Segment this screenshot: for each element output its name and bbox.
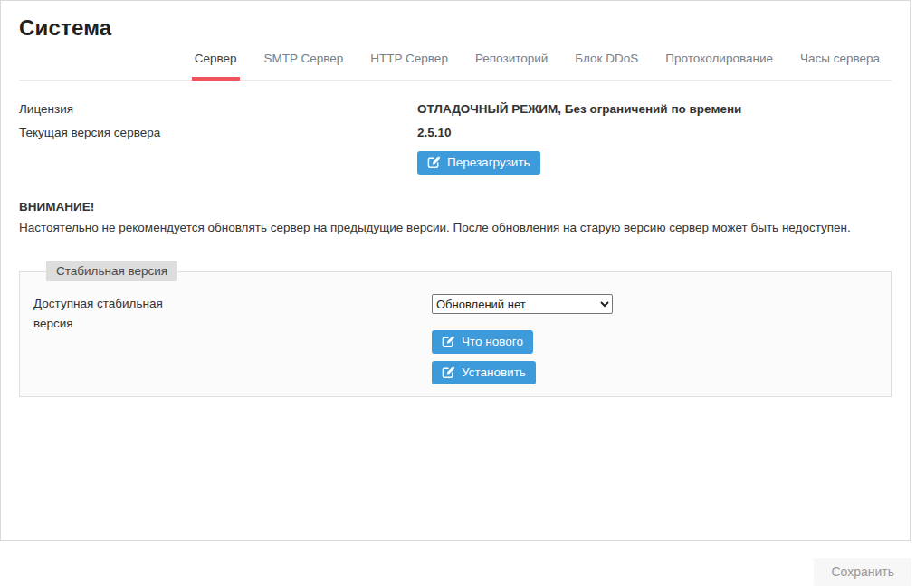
- save-button[interactable]: Сохранить: [814, 558, 911, 586]
- tabbar: Сервер SMTP Сервер HTTP Сервер Репозитор…: [19, 52, 892, 81]
- install-button-label: Установить: [462, 365, 526, 379]
- current-version-row: Текущая версия сервера 2.5.10: [19, 126, 892, 139]
- edit-icon: [442, 335, 455, 348]
- license-value: ОТЛАДОЧНЫЙ РЕЖИМ, Без ограничений по вре…: [417, 102, 892, 116]
- stable-version-legend: Стабильная версия: [46, 261, 177, 281]
- available-version-label: Доступная стабильная версия: [33, 294, 196, 333]
- whats-new-button-label: Что нового: [462, 335, 523, 348]
- restart-button-label: Перезагрузить: [447, 156, 530, 169]
- whats-new-button[interactable]: Что нового: [432, 330, 533, 354]
- available-version-select[interactable]: Обновлений нет: [432, 294, 613, 314]
- current-version-label: Текущая версия сервера: [19, 126, 417, 139]
- license-row: Лицензия ОТЛАДОЧНЫЙ РЕЖИМ, Без ограничен…: [19, 102, 892, 116]
- warning-block: ВНИМАНИЕ! Настоятельно не рекомендуется …: [19, 200, 892, 234]
- restart-button[interactable]: Перезагрузить: [417, 151, 540, 175]
- edit-icon: [427, 156, 441, 169]
- tab-logging[interactable]: Протоколирование: [663, 52, 776, 81]
- tab-ddos-block[interactable]: Блок DDoS: [572, 52, 641, 81]
- warning-text: Настоятельно не рекомендуется обновлять …: [19, 221, 892, 234]
- restart-row: Перезагрузить: [19, 151, 892, 175]
- tab-http-server[interactable]: HTTP Сервер: [367, 52, 451, 81]
- current-version-value: 2.5.10: [417, 126, 892, 139]
- edit-icon: [442, 365, 455, 379]
- available-version-row: Доступная стабильная версия Обновлений н…: [33, 294, 877, 384]
- tab-server[interactable]: Сервер: [192, 52, 240, 81]
- system-settings-card: Система Сервер SMTP Сервер HTTP Сервер Р…: [0, 0, 911, 541]
- stable-version-fieldset: Стабильная версия Доступная стабильная в…: [19, 261, 892, 397]
- warning-title: ВНИМАНИЕ!: [19, 200, 892, 213]
- install-button[interactable]: Установить: [432, 361, 536, 384]
- tab-server-clock[interactable]: Часы сервера: [797, 52, 883, 81]
- tab-repository[interactable]: Репозиторий: [472, 52, 550, 81]
- tab-smtp-server[interactable]: SMTP Сервер: [262, 52, 347, 81]
- license-label: Лицензия: [19, 102, 417, 116]
- page-title: Система: [19, 15, 892, 41]
